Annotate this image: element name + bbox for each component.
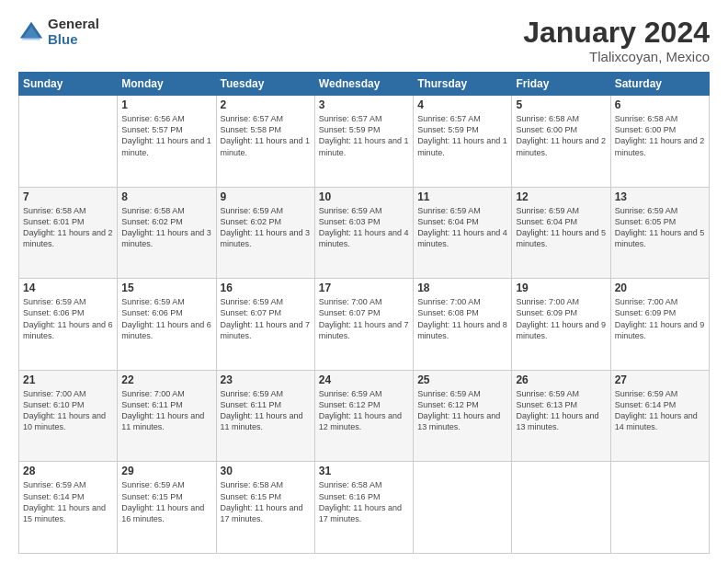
daylight-text: Daylight: 11 hours and 7 minutes. <box>319 320 409 340</box>
logo-text: General Blue <box>48 17 99 47</box>
daylight-text: Daylight: 11 hours and 4 minutes. <box>417 228 507 248</box>
day-number: 8 <box>121 190 211 203</box>
calendar-week-row: 1 Sunrise: 6:56 AM Sunset: 5:57 PM Dayli… <box>19 96 710 188</box>
calendar-cell: 19 Sunrise: 7:00 AM Sunset: 6:09 PM Dayl… <box>512 279 610 371</box>
day-info: Sunrise: 6:59 AM Sunset: 6:11 PM Dayligh… <box>221 388 311 433</box>
logo-blue-text: Blue <box>48 32 99 48</box>
day-number: 13 <box>615 190 705 203</box>
day-number: 19 <box>516 282 606 294</box>
sunrise-text: Sunrise: 6:59 AM <box>516 389 579 398</box>
sunset-text: Sunset: 5:59 PM <box>319 125 381 134</box>
sunset-text: Sunset: 6:00 PM <box>615 125 677 134</box>
calendar-cell: 23 Sunrise: 6:59 AM Sunset: 6:11 PM Dayl… <box>216 370 314 462</box>
sunset-text: Sunset: 6:14 PM <box>23 492 85 501</box>
calendar-cell <box>19 96 118 188</box>
calendar-header-row: Sunday Monday Tuesday Wednesday Thursday… <box>19 73 710 96</box>
day-info: Sunrise: 6:58 AM Sunset: 6:02 PM Dayligh… <box>121 205 211 250</box>
sunrise-text: Sunrise: 6:58 AM <box>23 206 86 215</box>
day-number: 28 <box>23 465 113 477</box>
sunset-text: Sunset: 6:07 PM <box>221 308 282 317</box>
sunrise-text: Sunrise: 6:59 AM <box>221 297 284 306</box>
col-thursday: Thursday <box>414 73 512 96</box>
day-number: 9 <box>221 190 311 203</box>
calendar-cell: 31 Sunrise: 6:58 AM Sunset: 6:16 PM Dayl… <box>314 462 413 554</box>
sunrise-text: Sunrise: 6:59 AM <box>516 206 579 215</box>
calendar-cell: 7 Sunrise: 6:58 AM Sunset: 6:01 PM Dayli… <box>19 187 118 279</box>
sunrise-text: Sunrise: 7:00 AM <box>23 389 86 398</box>
sunrise-text: Sunrise: 6:57 AM <box>319 114 382 123</box>
calendar-cell: 1 Sunrise: 6:56 AM Sunset: 5:57 PM Dayli… <box>118 96 216 188</box>
daylight-text: Daylight: 11 hours and 14 minutes. <box>615 411 698 431</box>
daylight-text: Daylight: 11 hours and 16 minutes. <box>121 503 204 523</box>
sunrise-text: Sunrise: 7:00 AM <box>121 389 185 398</box>
calendar-cell: 4 Sunrise: 6:57 AM Sunset: 5:59 PM Dayli… <box>414 96 512 188</box>
sunset-text: Sunset: 6:06 PM <box>23 308 85 317</box>
day-number: 12 <box>516 190 606 203</box>
sunrise-text: Sunrise: 6:59 AM <box>221 389 284 398</box>
day-info: Sunrise: 7:00 AM Sunset: 6:09 PM Dayligh… <box>615 296 705 341</box>
daylight-text: Daylight: 11 hours and 7 minutes. <box>221 320 311 340</box>
day-info: Sunrise: 7:00 AM Sunset: 6:09 PM Dayligh… <box>516 296 606 341</box>
sunrise-text: Sunrise: 6:59 AM <box>121 297 185 306</box>
logo-general-text: General <box>48 17 99 32</box>
day-info: Sunrise: 7:00 AM Sunset: 6:07 PM Dayligh… <box>319 296 409 341</box>
calendar-cell: 8 Sunrise: 6:58 AM Sunset: 6:02 PM Dayli… <box>118 187 216 279</box>
day-info: Sunrise: 6:59 AM Sunset: 6:12 PM Dayligh… <box>417 388 507 433</box>
day-number: 11 <box>417 190 507 203</box>
sunrise-text: Sunrise: 6:59 AM <box>417 206 481 215</box>
daylight-text: Daylight: 11 hours and 8 minutes. <box>417 320 507 340</box>
daylight-text: Daylight: 11 hours and 11 minutes. <box>121 411 204 431</box>
sunset-text: Sunset: 6:15 PM <box>121 492 183 501</box>
sunset-text: Sunset: 6:12 PM <box>417 400 479 409</box>
calendar-cell: 26 Sunrise: 6:59 AM Sunset: 6:13 PM Dayl… <box>512 370 610 462</box>
calendar-cell: 12 Sunrise: 6:59 AM Sunset: 6:04 PM Dayl… <box>512 187 610 279</box>
calendar-cell: 20 Sunrise: 7:00 AM Sunset: 6:09 PM Dayl… <box>610 279 709 371</box>
day-info: Sunrise: 6:59 AM Sunset: 6:12 PM Dayligh… <box>319 388 409 433</box>
day-info: Sunrise: 6:59 AM Sunset: 6:06 PM Dayligh… <box>23 296 113 341</box>
col-sunday: Sunday <box>19 73 118 96</box>
col-tuesday: Tuesday <box>216 73 314 96</box>
header: General Blue January 2024 Tlalixcoyan, M… <box>18 17 710 64</box>
title-month: January 2024 <box>523 17 710 49</box>
daylight-text: Daylight: 11 hours and 4 minutes. <box>319 228 409 248</box>
calendar-cell: 3 Sunrise: 6:57 AM Sunset: 5:59 PM Dayli… <box>314 96 413 188</box>
calendar-cell: 21 Sunrise: 7:00 AM Sunset: 6:10 PM Dayl… <box>19 370 118 462</box>
sunrise-text: Sunrise: 7:00 AM <box>319 297 382 306</box>
day-number: 6 <box>615 98 705 111</box>
calendar-cell <box>414 462 512 554</box>
day-number: 23 <box>221 373 311 386</box>
day-info: Sunrise: 7:00 AM Sunset: 6:08 PM Dayligh… <box>417 296 507 341</box>
calendar-cell: 14 Sunrise: 6:59 AM Sunset: 6:06 PM Dayl… <box>19 279 118 371</box>
calendar-week-row: 21 Sunrise: 7:00 AM Sunset: 6:10 PM Dayl… <box>19 370 710 462</box>
sunset-text: Sunset: 6:02 PM <box>121 217 183 226</box>
sunset-text: Sunset: 6:14 PM <box>615 400 677 409</box>
day-info: Sunrise: 7:00 AM Sunset: 6:11 PM Dayligh… <box>121 388 211 433</box>
day-number: 4 <box>417 98 507 111</box>
calendar-week-row: 14 Sunrise: 6:59 AM Sunset: 6:06 PM Dayl… <box>19 279 710 371</box>
day-info: Sunrise: 6:59 AM Sunset: 6:03 PM Dayligh… <box>319 205 409 250</box>
daylight-text: Daylight: 11 hours and 9 minutes. <box>516 320 606 340</box>
calendar-cell: 25 Sunrise: 6:59 AM Sunset: 6:12 PM Dayl… <box>414 370 512 462</box>
calendar-cell: 17 Sunrise: 7:00 AM Sunset: 6:07 PM Dayl… <box>314 279 413 371</box>
day-number: 3 <box>319 98 409 111</box>
day-info: Sunrise: 6:58 AM Sunset: 6:00 PM Dayligh… <box>615 113 705 158</box>
calendar-cell: 28 Sunrise: 6:59 AM Sunset: 6:14 PM Dayl… <box>19 462 118 554</box>
day-number: 26 <box>516 373 606 386</box>
sunrise-text: Sunrise: 6:59 AM <box>221 206 284 215</box>
daylight-text: Daylight: 11 hours and 3 minutes. <box>221 228 311 248</box>
day-info: Sunrise: 6:59 AM Sunset: 6:13 PM Dayligh… <box>516 388 606 433</box>
day-number: 20 <box>615 282 705 294</box>
calendar-table: Sunday Monday Tuesday Wednesday Thursday… <box>18 72 710 554</box>
day-info: Sunrise: 6:58 AM Sunset: 6:01 PM Dayligh… <box>23 205 113 250</box>
sunrise-text: Sunrise: 7:00 AM <box>615 297 678 306</box>
daylight-text: Daylight: 11 hours and 5 minutes. <box>516 228 606 248</box>
sunrise-text: Sunrise: 6:59 AM <box>23 480 86 489</box>
sunrise-text: Sunrise: 6:58 AM <box>615 114 678 123</box>
sunrise-text: Sunrise: 6:59 AM <box>615 389 678 398</box>
day-info: Sunrise: 6:59 AM Sunset: 6:02 PM Dayligh… <box>221 205 311 250</box>
sunset-text: Sunset: 6:11 PM <box>121 400 183 409</box>
sunrise-text: Sunrise: 6:57 AM <box>221 114 284 123</box>
day-number: 22 <box>121 373 211 386</box>
sunset-text: Sunset: 6:08 PM <box>417 308 479 317</box>
sunset-text: Sunset: 5:57 PM <box>121 125 183 134</box>
